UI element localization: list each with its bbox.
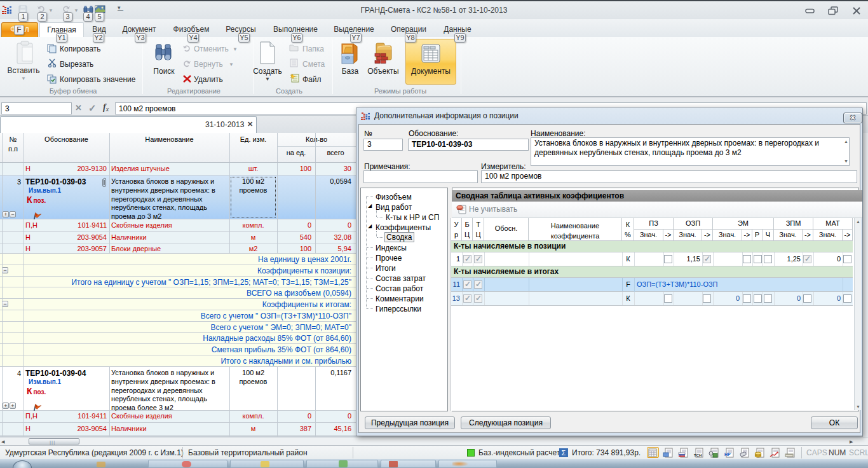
svg-text:НР: НР bbox=[724, 452, 731, 457]
svg-text:ТСН: ТСН bbox=[694, 453, 702, 457]
